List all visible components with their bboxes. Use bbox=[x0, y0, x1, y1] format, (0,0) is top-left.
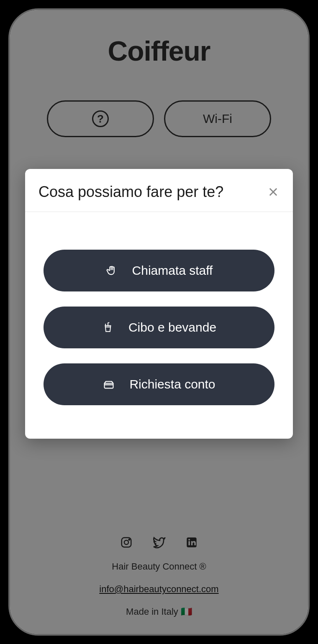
call-staff-label: Chiamata staff bbox=[132, 263, 213, 278]
close-icon bbox=[267, 186, 279, 198]
modal-body: Chiamata staff Cibo e bevande bbox=[25, 212, 293, 439]
screen: Coiffeur ? Wi-Fi bbox=[10, 10, 308, 634]
call-staff-button[interactable]: Chiamata staff bbox=[44, 250, 274, 291]
hand-icon bbox=[105, 264, 118, 277]
modal-title: Cosa possiamo fare per te? bbox=[38, 183, 223, 201]
phone-frame: Coiffeur ? Wi-Fi bbox=[4, 4, 314, 640]
modal-header: Cosa possiamo fare per te? bbox=[25, 169, 293, 212]
request-bill-label: Richiesta conto bbox=[129, 377, 215, 391]
food-drinks-label: Cibo e bevande bbox=[128, 320, 216, 335]
request-bill-button[interactable]: Richiesta conto bbox=[44, 363, 274, 405]
cup-icon bbox=[102, 321, 114, 334]
modal-overlay[interactable]: Cosa possiamo fare per te? Chiamata staf… bbox=[10, 10, 308, 634]
food-drinks-button[interactable]: Cibo e bevande bbox=[44, 307, 274, 348]
card-icon bbox=[103, 378, 115, 391]
help-modal: Cosa possiamo fare per te? Chiamata staf… bbox=[25, 169, 293, 439]
close-button[interactable] bbox=[267, 186, 280, 198]
phone-bezel: Coiffeur ? Wi-Fi bbox=[8, 8, 310, 636]
